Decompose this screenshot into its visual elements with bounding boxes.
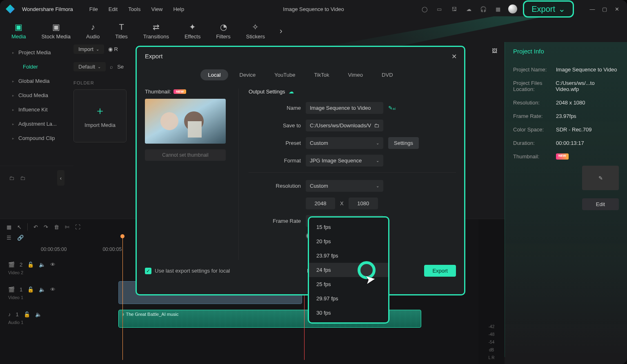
unlink-icon[interactable]: 🔗 xyxy=(17,235,24,241)
headphones-icon[interactable]: 🎧 xyxy=(479,4,488,13)
ai-edit-icon[interactable]: ✎ₐᵢ xyxy=(388,105,396,111)
format-dropdown[interactable]: JPG Image Sequence⌄ xyxy=(306,155,383,166)
layout-icon[interactable]: ▦ xyxy=(7,224,11,230)
export-tab-dvd[interactable]: DVD xyxy=(374,69,400,80)
menu-tools[interactable]: Tools xyxy=(128,6,140,12)
settings-circle-icon[interactable]: ◯ xyxy=(420,4,429,13)
export-tab-youtube[interactable]: YouTube xyxy=(267,69,302,80)
track-audio-1[interactable]: ♪1🔓🔈 xyxy=(7,304,57,319)
tab-transitions[interactable]: ⇄Transitions xyxy=(139,20,173,42)
fps-option[interactable]: 20 fps xyxy=(309,234,388,249)
search-icon[interactable]: ⌕ xyxy=(110,64,113,70)
collapse-sidebar-icon[interactable]: ‹ xyxy=(57,170,64,186)
cut-icon[interactable]: ✄ xyxy=(65,224,69,230)
sidebar-compound-clip[interactable]: ▸Compound Clip xyxy=(0,131,73,145)
export-button-label: Export xyxy=(531,4,555,14)
fps-option[interactable]: 24 fps xyxy=(309,263,388,277)
mute-icon[interactable]: 🔈 xyxy=(39,262,45,268)
snapshot-icon[interactable]: 🖼 xyxy=(492,48,497,54)
menu-view[interactable]: View xyxy=(151,6,162,12)
tab-stock-media[interactable]: ▣Stock Media xyxy=(37,20,75,42)
fps-option[interactable]: 30 fps xyxy=(309,306,388,320)
export-thumbnail[interactable] xyxy=(145,99,226,144)
menu-help[interactable]: Help xyxy=(173,6,184,12)
playhead[interactable] xyxy=(122,235,123,360)
use-last-checkbox[interactable]: ✓ xyxy=(145,268,151,274)
lock-icon[interactable]: 🔓 xyxy=(24,311,30,317)
menu-edit[interactable]: Edit xyxy=(109,6,118,12)
stock-icon: ▣ xyxy=(51,22,61,32)
lock-icon[interactable]: 🔓 xyxy=(27,286,34,293)
filters-icon: ◔ xyxy=(218,22,228,32)
fps-option[interactable]: 29.97 fps xyxy=(309,291,388,306)
visibility-icon[interactable]: 👁 xyxy=(50,262,56,268)
tab-effects[interactable]: ✦Effects xyxy=(180,20,205,42)
chevron-down-icon: ⌄ xyxy=(376,158,379,163)
titles-icon: T xyxy=(117,22,127,32)
export-name-input[interactable]: Image Sequence to Video xyxy=(306,102,383,114)
thumbnail-preview[interactable]: ✎ xyxy=(582,166,619,190)
track-video-1[interactable]: 🎬1🔓🔈👁 xyxy=(7,279,57,294)
export-confirm-button[interactable]: Export xyxy=(424,265,456,277)
crop-icon[interactable]: ⛶ xyxy=(75,224,80,230)
export-tab-local[interactable]: Local xyxy=(200,69,228,80)
sidebar-cloud-media[interactable]: ▸Cloud Media xyxy=(0,88,73,102)
sidebar-project-media[interactable]: ▸Project Media xyxy=(0,45,73,60)
new-folder-icon[interactable]: 🗀 xyxy=(20,175,25,181)
close-icon[interactable]: ✕ xyxy=(612,5,621,13)
sidebar-adjustment-layer[interactable]: ▸Adjustment La... xyxy=(0,117,73,131)
fps-option[interactable]: 23.97 fps xyxy=(309,249,388,263)
tab-titles[interactable]: TTitles xyxy=(111,20,132,42)
export-tab-vimeo[interactable]: Vimeo xyxy=(340,69,370,80)
new-bin-icon[interactable]: 🗀 xyxy=(9,175,14,181)
tab-stickers[interactable]: ✧Stickers xyxy=(242,20,269,42)
folder-icon[interactable]: 🗀 xyxy=(374,122,379,129)
save-icon[interactable]: 🖫 xyxy=(449,4,458,13)
cursor-icon[interactable]: ↖ xyxy=(17,224,22,230)
export-tab-device[interactable]: Device xyxy=(232,69,263,80)
export-tab-tiktok[interactable]: TikTok xyxy=(307,69,336,80)
edit-button[interactable]: Edit xyxy=(582,198,619,210)
mute-icon[interactable]: 🔈 xyxy=(35,311,42,317)
sidebar-folder[interactable]: Folder xyxy=(0,60,73,74)
fps-option[interactable]: 25 fps xyxy=(309,277,388,291)
undo-icon[interactable]: ↶ xyxy=(33,224,38,230)
menu-file[interactable]: File xyxy=(89,6,98,12)
tab-overflow-icon[interactable]: › xyxy=(276,26,286,36)
sidebar-global-media[interactable]: ▸Global Media xyxy=(0,74,73,88)
redo-icon[interactable]: ↷ xyxy=(44,224,48,230)
resolution-height-input[interactable]: 1080 xyxy=(349,198,378,209)
apps-icon[interactable]: ▦ xyxy=(494,4,502,13)
track-video-2[interactable]: 🎬2🔓🔈👁 xyxy=(7,254,57,269)
delete-icon[interactable]: 🗑 xyxy=(54,224,59,230)
resolution-dropdown[interactable]: Custom⌄ xyxy=(306,180,383,192)
user-avatar-icon[interactable] xyxy=(508,4,517,13)
preset-dropdown[interactable]: Custom⌄ xyxy=(306,137,383,149)
thumbnail-label: Thumbnail: xyxy=(145,89,171,95)
lock-icon[interactable]: 🔓 xyxy=(27,262,34,268)
fps-option[interactable]: 15 fps xyxy=(309,220,388,234)
save-to-input[interactable]: C:/Users/ws/Downloads/Videos🗀 xyxy=(306,120,383,131)
cloud-sync-icon[interactable]: ☁ xyxy=(289,89,294,95)
maximize-icon[interactable]: ▢ xyxy=(600,5,609,13)
tab-filters[interactable]: ◔Filters xyxy=(212,20,234,42)
settings-button[interactable]: Settings xyxy=(388,137,419,149)
device-icon[interactable]: ▭ xyxy=(435,4,444,13)
export-button[interactable]: Export ⌄ xyxy=(523,0,574,18)
sidebar-influence-kit[interactable]: ▸Influence Kit xyxy=(0,102,73,117)
tab-media[interactable]: ▣Media xyxy=(7,20,30,42)
tab-audio[interactable]: ♪Audio xyxy=(82,20,104,42)
mute-icon[interactable]: 🔈 xyxy=(39,286,45,293)
visibility-icon[interactable]: 👁 xyxy=(50,286,56,293)
resolution-width-input[interactable]: 2048 xyxy=(306,198,335,209)
import-dropdown[interactable]: Import⌄ xyxy=(73,44,104,54)
minimize-icon[interactable]: — xyxy=(588,5,597,13)
record-radio[interactable]: ◉ R xyxy=(108,46,118,52)
cursor-icon: ➤ xyxy=(364,271,376,286)
cloud-icon[interactable]: ☁ xyxy=(464,4,473,13)
close-dialog-icon[interactable]: ✕ xyxy=(451,53,457,60)
import-media-tile[interactable]: ＋ Import Media xyxy=(73,89,127,142)
sort-default[interactable]: Default⌄ xyxy=(73,62,106,71)
search-hint[interactable]: Se xyxy=(117,64,124,70)
track-icon[interactable]: ☰ xyxy=(7,235,11,241)
